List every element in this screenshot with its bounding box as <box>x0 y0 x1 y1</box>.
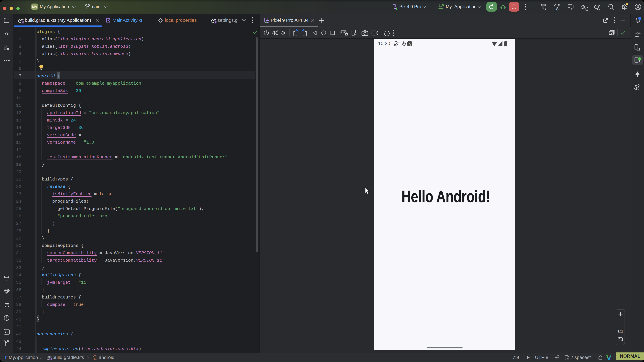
svg-text:λ: λ <box>94 356 96 359</box>
svg-text:A: A <box>408 42 411 45</box>
svg-text:A: A <box>556 6 559 11</box>
